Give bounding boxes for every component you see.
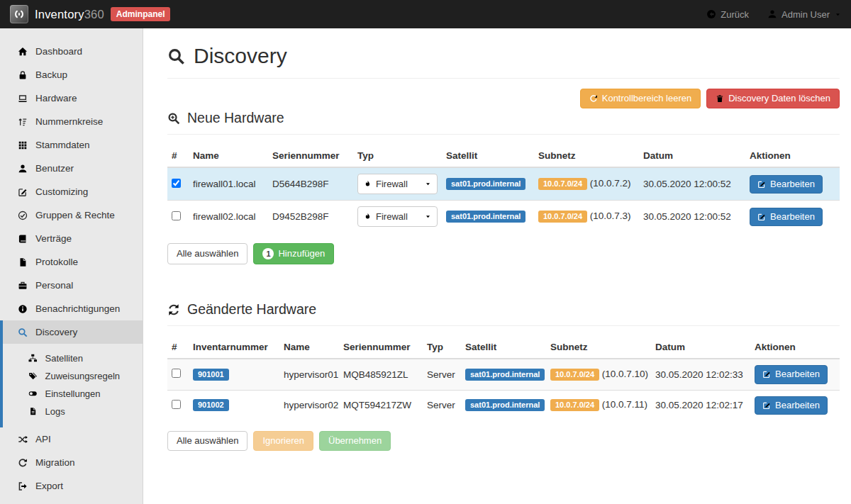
chevron-down-icon [835, 11, 841, 18]
count-badge: 1 [262, 248, 274, 259]
sidebar-item-zuweisungsregeln[interactable]: Zuweisungsregeln [3, 367, 143, 385]
type-select[interactable]: Firewall [357, 206, 438, 227]
column-header: Name [193, 145, 272, 167]
home-icon [18, 47, 28, 57]
arrow-circle-left-icon [706, 9, 716, 19]
ip-text: (10.0.7.10) [602, 369, 648, 379]
top-navbar: Inventory360 Adminpanel Zurück Admin Use… [0, 0, 851, 28]
brand-text: Inventory [35, 8, 84, 21]
edit-icon [762, 370, 771, 379]
serial-cell: D9452B298F [272, 201, 357, 233]
apply-button[interactable]: Übernehmen [319, 431, 391, 451]
ip-text: (10.0.7.2) [590, 178, 631, 189]
info-circle-icon [18, 304, 28, 314]
sidebar-item-stammdaten[interactable]: Stammdaten [0, 133, 143, 157]
subnet-badge: 10.0.7.0/24 [538, 211, 587, 223]
toggle-icon [28, 389, 38, 398]
edit-button[interactable]: Bearbeiten [755, 396, 828, 415]
sidebar-item-api[interactable]: API [0, 427, 143, 451]
delete-discovery-data-button[interactable]: Discovery Daten löschen [706, 89, 840, 108]
file-icon [18, 257, 28, 267]
fire-icon [364, 179, 372, 189]
column-header: Seriennummer [272, 145, 357, 167]
select-all-button[interactable]: Alle auswählen [167, 243, 247, 264]
sidebar-item-benutzer[interactable]: Benutzer [0, 157, 143, 180]
type-select[interactable]: Firewall [357, 174, 438, 194]
user-label: Admin User [782, 9, 830, 20]
type-cell: Server [427, 390, 465, 420]
sidebar-item-logs[interactable]: Logs [3, 403, 143, 420]
serial-cell: MQT594217ZW [343, 390, 427, 420]
sidebar-item-gruppen-rechte[interactable]: Gruppen & Rechte [0, 203, 143, 227]
new-hardware-section: Kontrollbereich leeren Discovery Daten l… [167, 89, 840, 264]
sidebar: Dashboard Backup Hardware Nummernkreise … [0, 28, 143, 504]
edit-button[interactable]: Bearbeiten [750, 175, 823, 194]
satellite-badge: sat01.prod.internal [446, 178, 525, 190]
satellite-badge: sat01.prod.internal [465, 369, 545, 381]
row-checkbox[interactable] [172, 211, 181, 220]
subnet-badge: 10.0.7.0/24 [550, 399, 599, 411]
sitemap-icon [28, 354, 38, 363]
ip-text: (10.0.7.3) [590, 211, 631, 221]
edit-button[interactable]: Bearbeiten [750, 208, 823, 226]
column-header: Name [284, 336, 343, 359]
sidebar-item-nummernkreise[interactable]: Nummernkreise [0, 110, 143, 133]
adminpanel-badge: Adminpanel [111, 7, 171, 21]
column-header: Subnetz [538, 145, 643, 167]
edit-button[interactable]: Bearbeiten [755, 365, 828, 383]
edit-icon [762, 401, 771, 410]
row-checkbox[interactable] [172, 369, 181, 378]
sidebar-item-vertraege[interactable]: Verträge [0, 227, 143, 250]
sidebar-item-protokolle[interactable]: Protokolle [0, 250, 143, 274]
brand-suffix: 360 [84, 8, 104, 21]
back-button[interactable]: Zurück [706, 9, 749, 20]
check-circle-icon [18, 211, 28, 220]
column-header: Typ [427, 336, 465, 359]
sidebar-item-export[interactable]: Export [0, 474, 143, 498]
sidebar-item-migration[interactable]: Migration [0, 451, 143, 474]
new-hardware-title: Neue Hardware [167, 110, 840, 126]
serial-cell: D5644B298F [272, 167, 357, 201]
refresh-icon [18, 458, 28, 468]
sidebar-item-satelliten[interactable]: Satelliten [3, 349, 143, 367]
brand-name[interactable]: Inventory360 [35, 8, 104, 21]
sidebar-discovery-group: Discovery Satelliten Zuweisungsregeln Ei… [0, 320, 143, 427]
page-title: Discovery [167, 44, 840, 68]
ignore-button[interactable]: Ignorieren [253, 431, 313, 451]
sidebar-item-benachrichtigungen[interactable]: Benachrichtigungen [0, 297, 143, 320]
column-header: Datum [643, 145, 750, 167]
trash-icon [716, 94, 724, 103]
changed-hardware-title: Geänderte Hardware [167, 301, 840, 318]
clear-control-area-button[interactable]: Kontrollbereich leeren [580, 89, 701, 108]
row-checkbox[interactable] [172, 400, 181, 409]
name-cell: firewall02.local [193, 201, 272, 233]
select-all-button[interactable]: Alle auswählen [167, 431, 247, 451]
changed-hardware-table: # Inventarnummer Name Seriennummer Typ S… [167, 336, 840, 420]
sidebar-item-backup[interactable]: Backup [0, 63, 143, 86]
user-icon [18, 164, 28, 174]
file-text-icon [28, 407, 38, 416]
date-cell: 30.05.2020 12:00:52 [643, 167, 750, 201]
laptop-icon [18, 94, 28, 103]
sidebar-item-personal[interactable]: Personal [0, 274, 143, 297]
user-menu[interactable]: Admin User [767, 9, 841, 20]
changed-hardware-section: Geänderte Hardware # Inventarnummer Name… [167, 301, 840, 451]
add-button[interactable]: 1Hinzufügen [253, 243, 334, 264]
sidebar-item-dashboard[interactable]: Dashboard [0, 40, 143, 63]
sidebar-item-discovery[interactable]: Discovery [3, 320, 143, 344]
edit-icon [757, 213, 766, 221]
sync-icon [167, 303, 180, 316]
sidebar-discovery-submenu: Satelliten Zuweisungsregeln Einstellunge… [3, 344, 143, 427]
inventory-badge: 901002 [193, 399, 229, 411]
app-logo-icon[interactable] [10, 5, 28, 23]
sidebar-item-hardware[interactable]: Hardware [0, 86, 143, 110]
column-header: Typ [357, 145, 446, 167]
column-header: Satellit [446, 145, 538, 167]
sign-out-icon [18, 481, 28, 491]
row-checkbox[interactable] [172, 179, 181, 188]
briefcase-icon [18, 281, 28, 291]
sidebar-item-customizing[interactable]: Customizing [0, 180, 143, 203]
book-icon [18, 234, 28, 244]
search-icon [18, 327, 28, 337]
sidebar-item-einstellungen[interactable]: Einstellungen [3, 385, 143, 403]
